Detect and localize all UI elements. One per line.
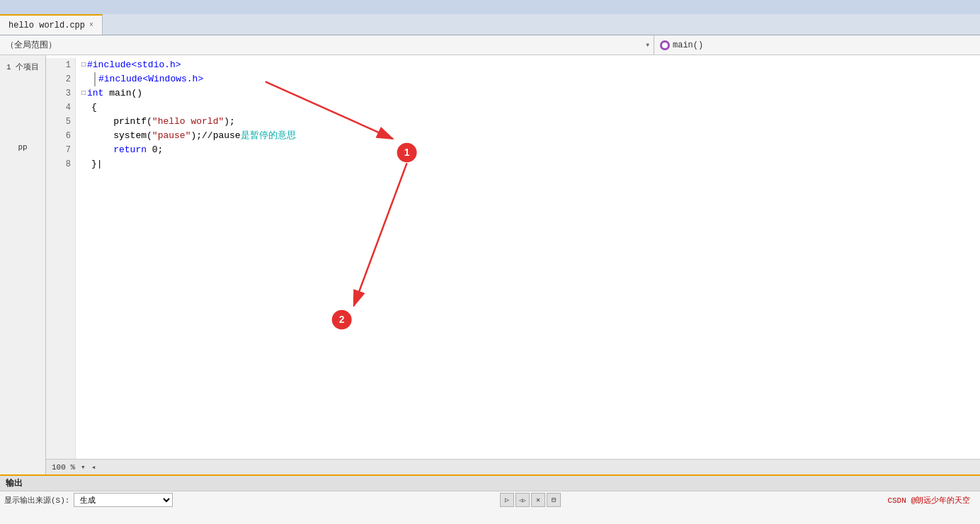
scope-label: （全局范围）: [6, 39, 57, 51]
code-token-2-1: #include<Windows.h>: [94, 72, 203, 86]
output-icon-step[interactable]: ◁▷: [515, 493, 530, 507]
line-num-2: 2: [46, 72, 75, 86]
output-title: 输出: [0, 476, 980, 491]
editor-area: 1 2 3 4 5 6 7 8 □ #include<stdio.h>: [46, 55, 980, 474]
code-line-1: □ #include<stdio.h>: [81, 58, 980, 72]
csdn-watermark: CSDN @朗远少年的天空: [887, 495, 976, 506]
code-token-6-str: "pause": [152, 129, 191, 143]
collapse-icon-3: □: [81, 86, 86, 101]
line-numbers: 1 2 3 4 5 6 7 8: [46, 58, 76, 459]
output-icon-play[interactable]: ▷: [500, 493, 514, 507]
code-line-2: #include<Windows.h>: [81, 72, 980, 86]
line-num-1: 1: [46, 58, 75, 72]
func-dropdown[interactable]: main(): [654, 40, 980, 50]
collapse-icon-1: □: [81, 58, 86, 72]
code-token-3-kw: int: [87, 86, 103, 101]
line-num-3: 3: [46, 86, 75, 101]
tab-close-button[interactable]: ×: [89, 21, 93, 29]
tab-title: hello world.cpp: [8, 21, 85, 30]
code-token-8-1: }|: [91, 157, 103, 171]
code-token-7-val: 0;: [147, 143, 163, 157]
output-toolbar: 显示输出来源(S): 生成 ▷ ◁▷ ✕ ⊟ CSDN @朗远少年的天空: [0, 491, 980, 508]
sidebar-file-label: pp: [18, 143, 27, 152]
tab-hello-world[interactable]: hello world.cpp ×: [0, 14, 103, 35]
zoom-dropdown-btn[interactable]: ▾: [81, 462, 86, 472]
code-line-3: □ int main(): [81, 86, 980, 101]
code-token-6-2: );//pause: [190, 129, 240, 143]
output-source-label: 显示输出来源(S):: [4, 495, 69, 506]
output-icon-stop[interactable]: ✕: [531, 493, 545, 507]
code-line-8: }|: [81, 157, 980, 171]
scope-dropdown[interactable]: （全局范围）: [0, 35, 654, 55]
code-token-4-1: {: [91, 101, 97, 115]
output-source-select[interactable]: 生成: [74, 493, 173, 507]
sidebar: 1 个项目 pp: [0, 55, 46, 474]
output-icons: ▷ ◁▷ ✕ ⊟: [500, 493, 561, 507]
code-token-6-comment: 是暂停的意思: [241, 129, 296, 143]
sidebar-project-label: 1 个项目: [6, 62, 39, 72]
code-line-4: {: [81, 101, 980, 115]
code-token-5-str: "hello world": [152, 115, 224, 129]
line-num-4: 4: [46, 101, 75, 115]
status-bar: 100 % ▾ ◂: [46, 459, 980, 474]
top-bar: [0, 0, 980, 14]
code-lines: □ #include<stdio.h> #include<Windows.h> …: [76, 58, 980, 459]
code-line-6: system( "pause" );//pause 是暂停的意思: [81, 129, 980, 143]
code-token-1-1: #include<stdio.h>: [87, 58, 181, 72]
func-icon: [660, 40, 670, 50]
code-line-7: return 0;: [81, 143, 980, 157]
output-icon-clear[interactable]: ⊟: [547, 493, 561, 507]
line-num-6: 6: [46, 129, 75, 143]
tab-bar: hello world.cpp ×: [0, 14, 980, 35]
code-token-6-1: system(: [91, 129, 152, 143]
code-token-3-func: main(): [103, 86, 142, 101]
code-token-5-1: printf(: [91, 115, 152, 129]
line-num-5: 5: [46, 115, 75, 129]
main-area: 1 个项目 pp 1 2 3 4 5 6 7 8: [0, 55, 980, 474]
output-panel: 输出 显示输出来源(S): 生成 ▷ ◁▷ ✕ ⊟ CSDN @朗远少年的天空: [0, 474, 980, 524]
line-num-7: 7: [46, 143, 75, 157]
code-container[interactable]: 1 2 3 4 5 6 7 8 □ #include<stdio.h>: [46, 55, 980, 459]
scope-bar: （全局范围） main(): [0, 35, 980, 55]
line-num-8: 8: [46, 157, 75, 171]
code-line-5: printf( "hello world" );: [81, 115, 980, 129]
editor-wrapper: 1 2 3 4 5 6 7 8 □ #include<stdio.h>: [46, 55, 980, 459]
scroll-left-btn[interactable]: ◂: [91, 462, 96, 472]
code-token-7-kw: return: [91, 143, 147, 157]
code-token-5-2: );: [224, 115, 235, 129]
func-label: main(): [673, 40, 703, 50]
zoom-level: 100 %: [52, 463, 75, 472]
